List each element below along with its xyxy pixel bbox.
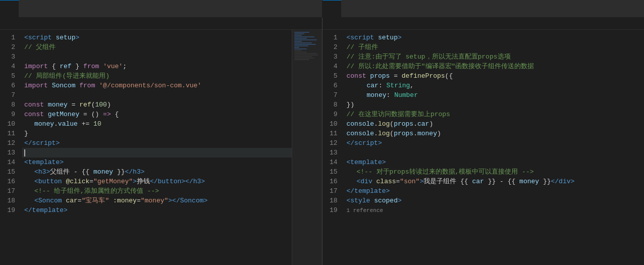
code-line: const money = ref(100) [22,100,292,110]
minimap-line [294,44,316,45]
line-number: 1 [5,33,15,42]
left-code-content[interactable]: <script setup>// 父组件import { ref } from … [20,30,292,265]
line-number: 7 [328,90,338,100]
code-line: // 注意:由于写了 setup，所以无法直配置props选项 [345,52,645,62]
line-number: 3 [328,52,338,62]
code-line: <Soncom car="宝马车" :money="money"></Sonco… [22,196,292,205]
minimap-line [294,59,310,60]
line-number: 19 [328,205,338,215]
line-number: 18 [328,196,338,205]
code-line: // 局部组件(导进来就能用) [22,71,292,81]
minimap-line [294,53,317,54]
code-line: const props = defineProps({ [345,71,645,81]
code-line: money: Number [345,90,645,100]
line-number: 11 [5,129,15,138]
line-number: 12 [328,138,338,148]
line-number: 19 [5,205,15,215]
code-line: <script setup> [345,33,645,42]
code-line: // 父组件 [22,42,292,52]
right-breadcrumb [323,18,645,30]
code-line: <style scoped> [345,196,645,205]
right-tab-bar [322,0,645,17]
line-number: 14 [5,157,15,167]
code-line: <template> [345,157,645,167]
right-line-numbers: 12345678910111213141516171819 [323,30,343,265]
line-number: 5 [5,71,15,81]
code-line: // 在这里访问数据需要加上props [345,110,645,119]
minimap-line [294,38,307,39]
code-line: import { ref } from 'vue'; [22,62,292,71]
left-breadcrumb [0,18,323,30]
line-number: 9 [5,110,15,119]
left-line-numbers: 12345678910111213141516171819 [0,30,20,265]
code-line: </script> [22,138,292,148]
line-number: 18 [5,196,15,205]
minimap-line [294,58,315,59]
line-number: 4 [328,62,338,71]
line-number: 16 [328,177,338,186]
code-line: <template> [22,157,292,167]
line-number: 13 [328,148,338,157]
minimap-line [294,50,302,51]
line-number: 4 [5,62,15,71]
left-tab-bar [0,0,322,17]
right-editor: 12345678910111213141516171819 <script se… [323,30,645,265]
left-minimap [292,30,322,265]
code-line: </template> [345,186,645,196]
minimap-line [294,48,307,49]
minimap-line [294,56,312,57]
code-line: // 子组件 [345,42,645,52]
code-line: <h3>父组件 - {{ money }}</h3> [22,167,292,177]
code-line: <!-- 对于props转读过来的数据,模板中可以直接使用 --> [345,167,645,177]
line-number: 1 [328,33,338,42]
line-number: 15 [5,167,15,177]
line-number: 9 [328,110,338,119]
left-editor: 12345678910111213141516171819 <script se… [0,30,323,265]
line-number: 15 [328,167,338,177]
tab-bar [0,0,644,18]
left-tab-app-vue[interactable] [0,0,19,17]
code-line: <script setup> [22,33,292,42]
minimap-line [294,33,304,34]
line-number: 10 [328,119,338,129]
code-line: const getMoney = () => { [22,110,292,119]
line-number: 16 [5,177,15,186]
line-number: 17 [5,186,15,196]
minimap-line [294,39,317,40]
line-number: 2 [328,42,338,52]
line-number: 8 [328,100,338,110]
code-line [22,90,292,100]
code-line [22,148,292,157]
line-number: 8 [5,100,15,110]
line-number: 6 [328,81,338,90]
minimap-line [294,36,315,37]
minimap-line [294,55,318,56]
minimap-line [294,47,299,48]
line-number: 17 [328,186,338,196]
right-code-content[interactable]: <script setup>// 子组件// 注意:由于写了 setup，所以无… [343,30,645,265]
code-line: </template> [22,205,292,215]
line-number: 7 [5,90,15,100]
cursor-blink [24,149,25,156]
minimap-line [294,32,310,33]
left-code-area[interactable]: 12345678910111213141516171819 <script se… [0,30,322,265]
code-line: car: String, [345,81,645,90]
line-number: 10 [5,119,15,129]
line-number: 3 [5,52,15,62]
right-code-area[interactable]: 12345678910111213141516171819 <script se… [323,30,645,265]
line-number: 5 [328,71,338,81]
code-line: console.log(props.money) [345,129,645,138]
minimap-line [294,45,308,46]
editors-container: 12345678910111213141516171819 <script se… [0,30,644,265]
minimap-line [294,42,312,43]
line-number: 13 [5,148,15,157]
code-line: <!-- 给子组件,添加属性的方式传值 --> [22,186,292,196]
code-line: 1 reference [345,205,645,216]
minimap-line [294,35,302,36]
code-line: </script> [345,138,645,148]
code-line: <button @click="getMoney">挣钱</button></h… [22,177,292,186]
line-number: 11 [328,129,338,138]
code-line: <div class="son">我是子组件 {{ car }} - {{ mo… [345,177,645,186]
code-line: console.log(props.car) [345,119,645,129]
right-tab-son-com-vue[interactable] [323,0,342,17]
